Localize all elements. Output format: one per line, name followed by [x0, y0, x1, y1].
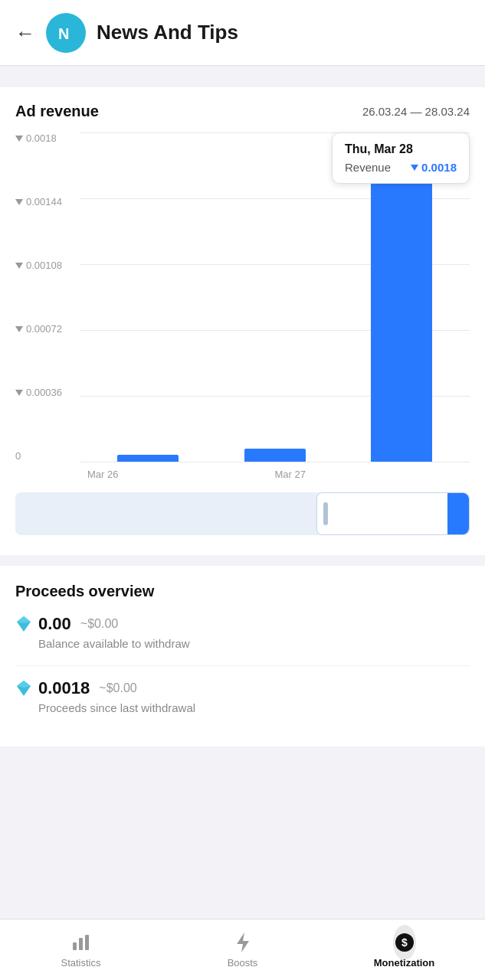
- chart-title: Ad revenue: [15, 103, 99, 120]
- chart-scrollbar[interactable]: [15, 492, 470, 535]
- chart-wrapper: 0.0018 0.00144 0.00108 0.00072 0.00036: [15, 132, 470, 535]
- ton-icon: [15, 136, 23, 142]
- x-axis: Mar 26 Mar 27: [80, 463, 470, 485]
- proceeds-item-2: 0.0018 ~$0.00 Proceeds since last withdr…: [15, 678, 470, 714]
- nav-item-statistics[interactable]: Statistics: [0, 925, 162, 975]
- tooltip-row: Revenue 0.0018: [345, 161, 457, 174]
- proceeds-divider: [15, 665, 470, 666]
- nav-label-boosts: Boosts: [228, 957, 258, 969]
- grid-line-6: [80, 462, 470, 462]
- chart-tooltip: Thu, Mar 28 Revenue 0.0018: [332, 132, 470, 184]
- x-label-2: Mar 27: [275, 469, 306, 480]
- y-axis: 0.0018 0.00144 0.00108 0.00072 0.00036: [15, 132, 77, 462]
- page-title: News And Tips: [97, 21, 238, 44]
- ton-triangle-blue-icon: [411, 165, 418, 171]
- back-button[interactable]: ←: [15, 23, 35, 43]
- ton-icon: [15, 326, 23, 332]
- header: ← N News And Tips: [0, 0, 485, 66]
- proceeds-usd-2: ~$0.00: [99, 681, 136, 695]
- bar-group-mar27: [215, 132, 336, 462]
- chart-area: 0.0018 0.00144 0.00108 0.00072 0.00036: [15, 132, 470, 485]
- tooltip-revenue-value: 0.0018: [411, 161, 457, 174]
- nav-label-monetization: Monetization: [374, 957, 434, 969]
- proceeds-usd-1: ~$0.00: [80, 617, 118, 631]
- diamond-icon-1: [15, 616, 32, 632]
- app-logo: N: [46, 13, 86, 53]
- section-gap-1: [0, 66, 485, 77]
- nav-item-monetization[interactable]: $ Monetization: [323, 925, 485, 975]
- svg-rect-6: [79, 938, 83, 950]
- ton-icon: [15, 199, 23, 205]
- proceeds-desc-2: Proceeds since last withdrawal: [38, 701, 470, 714]
- proceeds-amount-row-1: 0.00 ~$0.00: [15, 614, 470, 634]
- scroll-handle[interactable]: [316, 492, 470, 535]
- dollar-icon: $: [393, 931, 416, 954]
- y-label-5: 0.00036: [15, 387, 77, 398]
- svg-rect-5: [73, 942, 77, 950]
- y-label-6: 0: [15, 450, 77, 462]
- y-label-2: 0.00144: [15, 196, 77, 207]
- proceeds-desc-1: Balance available to withdraw: [38, 637, 470, 650]
- tooltip-date: Thu, Mar 28: [345, 142, 457, 156]
- chart-section: Ad revenue 26.03.24 — 28.03.24 0.0018 0.…: [0, 87, 485, 555]
- tooltip-revenue-label: Revenue: [345, 161, 391, 174]
- proceeds-amount-2: 0.0018: [38, 678, 90, 698]
- scroll-grip: [323, 502, 328, 525]
- svg-text:N: N: [58, 25, 69, 42]
- svg-rect-7: [85, 935, 89, 950]
- chart-header: Ad revenue 26.03.24 — 28.03.24: [15, 103, 470, 120]
- bar-group-mar26: [87, 132, 208, 462]
- bottom-nav: Statistics Boosts $ Monetization: [0, 919, 485, 980]
- y-label-1: 0.0018: [15, 132, 77, 144]
- ton-icon: [15, 263, 23, 269]
- proceeds-section: Proceeds overview 0.00 ~$0.00 Balance av…: [0, 566, 485, 746]
- y-label-4: 0.00072: [15, 323, 77, 335]
- diamond-icon-2: [15, 680, 32, 697]
- proceeds-item-1: 0.00 ~$0.00 Balance available to withdra…: [15, 614, 470, 650]
- chart-date-range: 26.03.24 — 28.03.24: [362, 105, 470, 118]
- scroll-blue-accent: [447, 493, 469, 534]
- section-gap-2: [0, 77, 485, 87]
- svg-text:$: $: [401, 936, 408, 949]
- nav-item-boosts[interactable]: Boosts: [162, 925, 323, 975]
- x-label-1: Mar 26: [87, 469, 118, 480]
- bar-mar26: [117, 455, 179, 462]
- svg-marker-8: [237, 933, 249, 952]
- proceeds-amount-1: 0.00: [38, 614, 71, 634]
- lightning-icon: [231, 931, 254, 954]
- proceeds-amount-row-2: 0.0018 ~$0.00: [15, 678, 470, 698]
- bar-chart-icon: [70, 931, 93, 954]
- spacer-bottom: [0, 746, 485, 815]
- y-label-3: 0.00108: [15, 260, 77, 271]
- ton-icon: [15, 390, 23, 396]
- nav-label-statistics: Statistics: [61, 957, 100, 969]
- proceeds-title: Proceeds overview: [15, 583, 470, 600]
- bar-mar27: [244, 449, 306, 462]
